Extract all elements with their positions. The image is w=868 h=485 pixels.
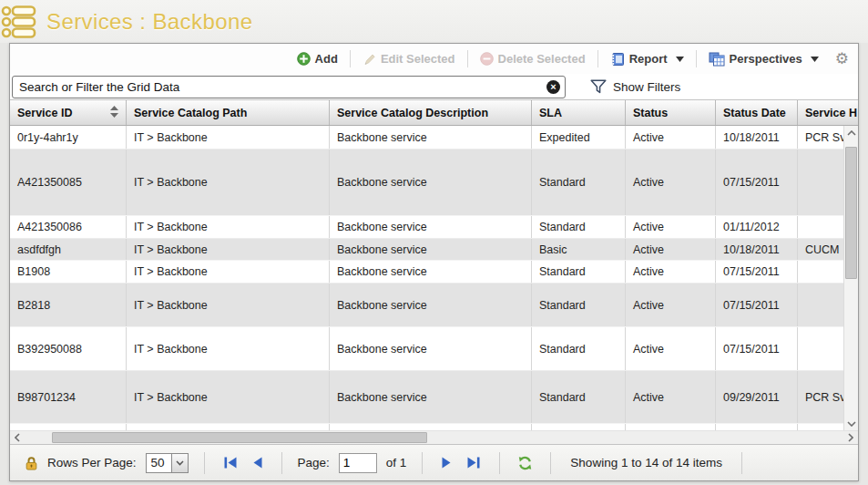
toolbar: Add Edit Selected Delete Selected xyxy=(10,44,858,74)
show-filters-label: Show Filters xyxy=(613,80,680,94)
table-cell: 07/15/2011 xyxy=(716,150,798,215)
previous-page-button[interactable] xyxy=(250,456,266,470)
filter-funnel-icon xyxy=(590,79,607,94)
column-header-status-date[interactable]: Status Date xyxy=(716,100,798,125)
clear-search-icon[interactable]: × xyxy=(546,80,560,94)
last-page-button[interactable] xyxy=(464,456,484,470)
table-cell: Backbone service xyxy=(330,216,532,238)
column-header-label: Service H xyxy=(805,107,857,119)
report-button[interactable]: Report xyxy=(607,50,688,68)
table-cell: Expedited xyxy=(532,126,626,149)
table-cell: Backbone service xyxy=(330,150,532,215)
vertical-scrollbar[interactable] xyxy=(843,126,858,430)
table-cell xyxy=(127,424,330,430)
gear-icon[interactable]: ⚙ xyxy=(835,51,849,67)
rows-per-page-select[interactable]: 50 xyxy=(146,453,189,473)
lock-icon xyxy=(25,456,38,470)
table-row[interactable]: A421350085IT > BackboneBackbone serviceS… xyxy=(10,150,843,216)
scroll-left-icon[interactable] xyxy=(10,431,25,444)
services-list-icon xyxy=(1,5,38,39)
table-row[interactable]: B2818IT > BackboneBackbone serviceStanda… xyxy=(10,284,843,327)
column-header-status[interactable]: Status xyxy=(626,100,716,125)
table-cell: Standard xyxy=(532,371,626,423)
first-page-button[interactable] xyxy=(220,456,240,470)
table-row[interactable]: B98701234IT > BackboneBackbone serviceSt… xyxy=(10,371,843,424)
footer-separator xyxy=(281,452,282,474)
table-cell: IT > Backbone xyxy=(127,216,330,238)
table-cell: Standard xyxy=(532,284,626,326)
column-header-label: Service ID xyxy=(17,107,72,119)
page-of-label: of 1 xyxy=(386,456,407,470)
toolbar-separator xyxy=(350,50,351,67)
delete-selected-button[interactable]: Delete Selected xyxy=(476,50,589,67)
grid-body: 0r1y-4ahr1yIT > BackboneBackbone service… xyxy=(10,126,843,430)
table-row[interactable]: B392950088IT > BackboneBackbone serviceS… xyxy=(10,327,843,371)
refresh-button[interactable] xyxy=(516,455,535,471)
grid-panel: Add Edit Selected Delete Selected xyxy=(9,43,859,481)
table-cell: Active xyxy=(626,284,716,326)
page-header: Services : Backbone xyxy=(0,0,868,43)
table-row[interactable]: asdfdfghIT > BackboneBackbone serviceBas… xyxy=(10,239,843,261)
perspectives-button[interactable]: Perspectives xyxy=(705,50,822,68)
table-cell xyxy=(798,261,843,283)
table-row[interactable]: A421350086IT > BackboneBackbone serviceS… xyxy=(10,216,843,239)
column-header-service-catalog-path[interactable]: Service Catalog Path xyxy=(127,100,330,125)
scroll-right-icon[interactable] xyxy=(843,431,858,444)
table-cell xyxy=(10,424,127,430)
chevron-down-icon xyxy=(811,57,819,62)
horizontal-scroll-track[interactable] xyxy=(25,431,843,444)
table-cell: PCR Sv xyxy=(798,371,843,423)
show-filters-button[interactable]: Show Filters xyxy=(590,79,680,94)
table-cell xyxy=(626,424,716,430)
table-cell: 01/11/2012 xyxy=(716,216,798,238)
toolbar-separator xyxy=(467,50,468,67)
perspectives-button-label: Perspectives xyxy=(730,52,802,66)
scroll-up-icon[interactable] xyxy=(844,126,858,139)
table-cell xyxy=(330,424,532,430)
grid-area: 0r1y-4ahr1yIT > BackboneBackbone service… xyxy=(10,126,858,430)
table-cell: Standard xyxy=(532,327,626,370)
pencil-icon xyxy=(363,52,376,66)
scroll-down-icon[interactable] xyxy=(844,417,858,430)
footer-separator xyxy=(550,452,551,474)
table-cell: PCR Sv xyxy=(798,126,843,149)
horizontal-scroll-thumb[interactable] xyxy=(52,432,427,443)
vertical-scroll-thumb[interactable] xyxy=(845,147,857,279)
table-cell: Active xyxy=(626,371,716,423)
column-header-service-catalog-description[interactable]: Service Catalog Description xyxy=(330,100,532,125)
next-page-button[interactable] xyxy=(438,456,454,470)
footer-separator xyxy=(422,452,423,474)
table-row[interactable]: 0r1y-4ahr1yIT > BackboneBackbone service… xyxy=(10,126,843,150)
table-cell: B2818 xyxy=(10,284,127,326)
table-cell: Backbone service xyxy=(330,126,532,149)
sort-arrows-icon[interactable] xyxy=(107,106,118,120)
table-cell: B1908 xyxy=(10,261,127,283)
vertical-scroll-track[interactable] xyxy=(844,139,858,417)
table-cell: Backbone service xyxy=(330,261,532,283)
table-cell: IT > Backbone xyxy=(127,150,330,215)
search-input[interactable] xyxy=(12,76,566,98)
delete-selected-label: Delete Selected xyxy=(498,52,586,66)
horizontal-scrollbar[interactable] xyxy=(10,430,858,444)
table-cell: 07/15/2011 xyxy=(716,284,798,326)
toolbar-separator xyxy=(696,50,697,67)
report-button-label: Report xyxy=(629,52,668,66)
table-cell: Basic xyxy=(532,239,626,260)
column-header-service-id[interactable]: Service ID xyxy=(10,100,127,125)
table-cell: Backbone service xyxy=(330,371,532,423)
table-cell xyxy=(798,424,843,430)
edit-selected-button[interactable]: Edit Selected xyxy=(359,50,459,67)
chevron-down-icon xyxy=(676,57,684,62)
table-cell: IT > Backbone xyxy=(127,327,330,370)
column-header-label: Status xyxy=(633,107,668,119)
column-header-sla[interactable]: SLA xyxy=(532,100,626,125)
table-cell: asdfdfgh xyxy=(10,239,127,260)
add-button[interactable]: Add xyxy=(293,50,342,67)
table-row[interactable]: B1908IT > BackboneBackbone serviceStanda… xyxy=(10,261,843,284)
page-number-input[interactable] xyxy=(339,453,377,473)
perspectives-icon xyxy=(709,52,725,67)
column-header-service-h[interactable]: Service H xyxy=(798,100,858,125)
table-cell: A421350086 xyxy=(10,216,127,238)
table-cell: Active xyxy=(626,150,716,215)
table-cell: IT > Backbone xyxy=(127,284,330,326)
